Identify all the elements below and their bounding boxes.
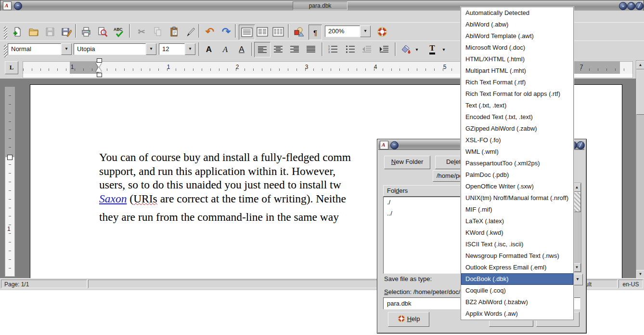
file-format-option[interactable]: Text (.txt, .text) xyxy=(461,100,573,111)
toolbar-handle[interactable] xyxy=(4,45,7,57)
help-button[interactable] xyxy=(374,25,390,39)
left-margin-band[interactable] xyxy=(70,62,99,74)
file-format-option[interactable]: PalmDoc (.pdb) xyxy=(461,169,573,181)
numbered-list-button[interactable]: 123 xyxy=(325,42,341,56)
zoom-value[interactable]: 200% xyxy=(325,26,360,37)
file-format-option[interactable]: GZipped AbiWord (.zabw) xyxy=(461,123,573,134)
font-dropdown-arrow-icon[interactable]: ▾ xyxy=(146,43,156,55)
file-format-option[interactable]: AbiWord Template (.awt) xyxy=(461,30,573,42)
font-value[interactable]: Utopia xyxy=(74,43,146,55)
file-format-option[interactable]: PassepartoutToo (.xml2ps) xyxy=(461,158,573,169)
right-margin-band[interactable] xyxy=(571,62,620,74)
document-text[interactable]: You can of course buy and install a full… xyxy=(99,150,351,224)
menu-item[interactable] xyxy=(21,14,32,17)
dialog-window-menu-button[interactable]: − xyxy=(390,141,399,149)
font-size-value[interactable]: 12 xyxy=(159,43,185,55)
style-combo[interactable]: Normal ▾ xyxy=(8,43,72,55)
show-formatting-marks-button[interactable]: ¶ xyxy=(309,25,322,40)
minimize-button[interactable]: ⌄ xyxy=(619,2,627,10)
file-type-arrow-icon[interactable]: ▾ xyxy=(572,274,583,285)
vertical-ruler[interactable]: 1 xyxy=(5,87,15,277)
file-format-option[interactable]: XSL-FO (.fo) xyxy=(461,134,573,146)
menu-item[interactable] xyxy=(85,14,95,17)
file-format-option[interactable]: HTML/XHTML (.html) xyxy=(461,54,573,65)
save-as-button[interactable] xyxy=(59,25,74,39)
stylus-button[interactable] xyxy=(183,25,198,39)
scroll-up-icon[interactable]: ▲ xyxy=(573,183,581,192)
open-button[interactable] xyxy=(26,25,41,39)
file-format-option[interactable]: Multipart HTML (.mht) xyxy=(461,65,573,77)
file-format-option[interactable]: DocBook (.dbk) xyxy=(461,273,573,285)
print-preview-button[interactable] xyxy=(95,25,110,39)
file-format-option[interactable]: Microsoft Word (.doc) xyxy=(461,42,573,54)
scrollbar-thumb[interactable] xyxy=(573,192,581,212)
file-format-option[interactable]: LaTeX (.latex) xyxy=(461,215,573,227)
style-dropdown-arrow-icon[interactable]: ▾ xyxy=(61,43,72,55)
scroll-down-icon[interactable]: ▼ xyxy=(573,263,581,272)
bold-button[interactable]: A xyxy=(201,42,217,56)
maximize-button[interactable]: ⌃ xyxy=(627,2,635,10)
undo-button[interactable]: ↶ xyxy=(202,25,218,39)
align-center-button[interactable] xyxy=(270,42,286,56)
insert-shapes-button[interactable] xyxy=(291,25,307,39)
align-left-button[interactable] xyxy=(254,42,270,57)
file-format-option[interactable]: Outlook Express Email (.eml) xyxy=(461,262,573,273)
font-size-combo[interactable]: 12 ▾ xyxy=(159,43,195,55)
menu-item[interactable] xyxy=(32,14,42,17)
one-column-view-button[interactable] xyxy=(239,25,255,40)
align-justify-button[interactable] xyxy=(303,42,319,56)
new-document-button[interactable] xyxy=(10,25,25,39)
zoom-combo[interactable]: 200% ▾ xyxy=(325,26,371,37)
tab-selector-button[interactable]: L xyxy=(5,61,18,74)
redo-button[interactable]: ↷ xyxy=(219,25,234,39)
zoom-dropdown-arrow-icon[interactable]: ▾ xyxy=(360,26,371,37)
underline-button[interactable]: A xyxy=(234,42,249,56)
two-column-view-button[interactable] xyxy=(255,25,270,39)
menu-item[interactable] xyxy=(53,14,64,17)
main-scrollbar[interactable]: ▲ ▼ xyxy=(636,60,644,279)
menu-item[interactable] xyxy=(0,14,11,17)
window-menu-button[interactable]: − xyxy=(14,2,22,10)
file-format-option[interactable]: AbiWord (.abw) xyxy=(461,19,573,30)
file-format-option[interactable]: Applix Words (.aw) xyxy=(461,308,573,320)
file-format-option[interactable]: MIF (.mif) xyxy=(461,204,573,215)
paste-button[interactable] xyxy=(167,25,182,39)
indent-marker[interactable] xyxy=(96,58,102,77)
dialog-close-button[interactable]: ╱ xyxy=(577,141,585,149)
scroll-down-icon[interactable]: ▼ xyxy=(636,270,644,279)
toolbar-handle[interactable] xyxy=(4,27,7,39)
increase-indent-button[interactable] xyxy=(376,42,392,56)
highlight-color-button[interactable] xyxy=(399,42,413,56)
file-format-option[interactable]: WML (.wml) xyxy=(461,146,573,158)
file-format-option[interactable]: KWord (.kwd) xyxy=(461,227,573,239)
menu-item[interactable] xyxy=(42,14,53,17)
menu-item[interactable] xyxy=(64,14,74,17)
close-button[interactable]: ╱ xyxy=(635,2,644,10)
menu-item[interactable] xyxy=(74,14,85,17)
file-format-option[interactable]: Rich Text Format for old apps (.rtf) xyxy=(461,88,573,100)
file-format-option[interactable]: Coquille (.coq) xyxy=(461,285,573,296)
new-folder-button[interactable]: New Folder xyxy=(384,156,430,169)
menu-item[interactable] xyxy=(11,14,21,17)
align-right-button[interactable] xyxy=(287,42,302,56)
text-color-arrow-icon[interactable]: ▾ xyxy=(440,42,448,56)
top-margin-marker[interactable] xyxy=(7,155,13,160)
file-format-option[interactable]: Newsgroup Formatted Text (.nws) xyxy=(461,250,573,262)
file-format-option[interactable]: Automatically Detected xyxy=(461,7,573,19)
file-format-option[interactable]: ISCII Text (.isc, .iscii) xyxy=(461,239,573,250)
font-combo[interactable]: Utopia ▾ xyxy=(74,43,156,55)
hyperlink[interactable]: Saxon xyxy=(99,192,127,205)
scrollbar-thumb[interactable] xyxy=(636,69,644,115)
highlight-color-arrow-icon[interactable]: ▾ xyxy=(413,42,421,56)
file-format-option[interactable]: OpenOffice Writer (.sxw) xyxy=(461,181,573,192)
italic-button[interactable]: A xyxy=(218,42,233,56)
bullet-list-button[interactable] xyxy=(343,42,358,56)
file-format-option[interactable]: UNIX(tm) Nroff/Manual format (.nroff) xyxy=(461,192,573,204)
style-value[interactable]: Normal xyxy=(8,43,61,55)
language-indicator[interactable]: en-US xyxy=(618,280,643,288)
dialog-help-button[interactable]: Help xyxy=(388,312,429,327)
three-column-view-button[interactable] xyxy=(270,25,286,39)
text-color-button[interactable]: T xyxy=(425,42,439,56)
file-format-option[interactable]: Rich Text Format (.rtf) xyxy=(461,77,573,88)
file-format-option[interactable]: Encoded Text (.txt, .text) xyxy=(461,111,573,123)
